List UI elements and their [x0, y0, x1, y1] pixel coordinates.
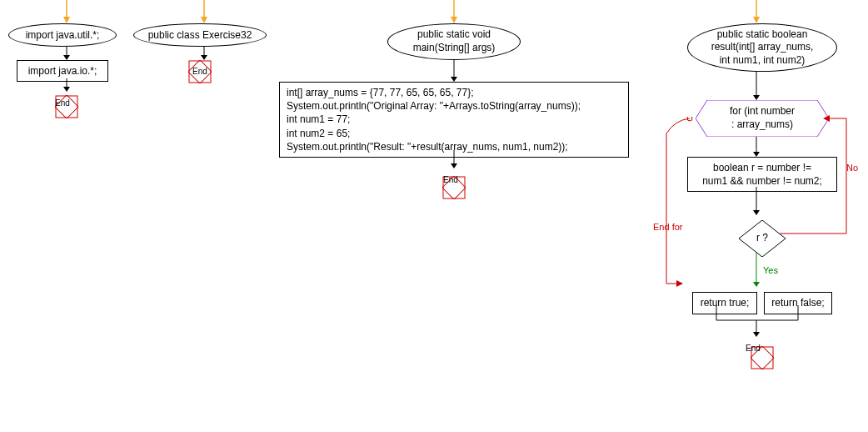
- svg-marker-34: [753, 282, 760, 287]
- import-util-text: import java.util.*;: [26, 29, 100, 41]
- arrow-start-2: [196, 0, 212, 25]
- arrow-4c: [748, 187, 765, 217]
- label-yes: Yes: [763, 265, 778, 275]
- import-io-text: import java.io.*;: [28, 65, 97, 77]
- end-2-label: End: [192, 67, 207, 76]
- result-sig-l3: int num1, int num2): [711, 54, 814, 68]
- result-sig-l1: public static boolean: [711, 28, 814, 42]
- arrow-start-3: [446, 0, 462, 25]
- svg-marker-30: [753, 210, 760, 215]
- main-sig-ellipse: public static void main(String[] args): [387, 23, 521, 60]
- result-sig-ellipse: public static boolean result(int[] array…: [687, 23, 837, 72]
- arrow-4a: [748, 72, 765, 102]
- svg-marker-1: [63, 17, 70, 23]
- svg-marker-37: [753, 332, 760, 337]
- svg-marker-28: [753, 152, 760, 157]
- class-text: public class Exercise32: [148, 29, 252, 41]
- class-ellipse: public class Exercise32: [133, 23, 267, 47]
- arrow-1b: [58, 78, 75, 93]
- arrow-yes: [748, 252, 765, 289]
- arrow-start-4: [748, 0, 765, 25]
- main-body-l3: int num1 = 77;: [287, 113, 621, 126]
- arrow-no: [780, 107, 863, 257]
- svg-marker-36: [676, 280, 683, 287]
- svg-marker-15: [451, 17, 457, 23]
- main-sig-l2: main(String[] args): [413, 42, 496, 55]
- arrow-1a: [58, 47, 75, 62]
- label-no: No: [846, 163, 858, 173]
- import-util-ellipse: import java.util.*;: [8, 23, 117, 47]
- svg-marker-9: [201, 17, 207, 23]
- end-1-label: End: [55, 98, 70, 108]
- main-body-l2: System.out.println("Original Array: "+Ar…: [287, 99, 621, 113]
- arrow-3b: [446, 150, 462, 170]
- arrow-endfor: [650, 117, 700, 292]
- svg-marker-5: [63, 87, 70, 92]
- svg-marker-17: [451, 77, 457, 82]
- main-body-l1: int[] array_nums = {77, 77, 65, 65, 65, …: [287, 86, 621, 99]
- svg-marker-19: [451, 163, 457, 168]
- svg-marker-3: [63, 55, 70, 60]
- result-sig-l2: result(int[] array_nums,: [711, 41, 814, 54]
- end-4-label: End: [746, 344, 761, 353]
- decision-text: r ?: [739, 220, 786, 244]
- svg-marker-32: [823, 115, 830, 122]
- main-body-l4: int num2 = 65;: [287, 127, 621, 140]
- main-sig-l1: public static void: [413, 28, 496, 42]
- main-body-rect: int[] array_nums = {77, 77, 65, 65, 65, …: [279, 82, 629, 158]
- arrow-merge: [700, 305, 816, 339]
- end-3-label: End: [443, 175, 458, 184]
- arrow-4b: [748, 137, 765, 158]
- svg-marker-23: [753, 17, 760, 23]
- label-endfor: End for: [653, 222, 682, 232]
- arrow-start-1: [58, 0, 75, 25]
- arrow-3a: [446, 60, 462, 83]
